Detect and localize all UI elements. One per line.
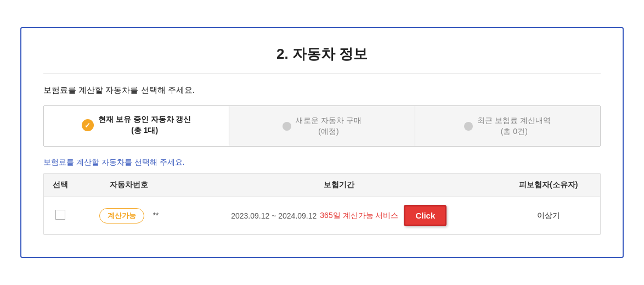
car-number: **	[152, 211, 159, 220]
tab-current-line2: (총 1대)	[98, 126, 191, 136]
click-button[interactable]: Click	[404, 205, 447, 226]
days-badge: 365일 계산가능 서비스	[320, 211, 398, 221]
tab-recent-line2: (총 0건)	[477, 127, 551, 137]
calc-badge: 계산가능	[99, 208, 144, 223]
checkbox-cell	[44, 197, 77, 234]
tab-current-text: 현재 보유 중인 자동차 갱신 (총 1대)	[98, 115, 191, 136]
period-click-wrapper: 2023.09.12 ~ 2024.09.12 365일 계산가능 서비스 Cl…	[190, 205, 488, 226]
tab-recent[interactable]: 최근 보험료 계산내역 (총 0건)	[415, 106, 600, 146]
tab-recent-text: 최근 보험료 계산내역 (총 0건)	[477, 116, 551, 137]
tab-recent-line1: 최근 보험료 계산내역	[477, 116, 551, 126]
page-title: 2. 자동차 정보	[43, 44, 601, 64]
divider	[43, 74, 601, 74]
tab-new-line2: (예정)	[296, 127, 361, 137]
owner-cell: 이상기	[496, 197, 600, 234]
col-owner: 피보험자(소유자)	[496, 174, 600, 197]
tab-new[interactable]: 새로운 자동차 구매 (예정)	[229, 106, 415, 146]
table-row: 계산가능 ** 2023.09.12 ~ 2024.09.12 365일 계산가…	[44, 197, 600, 234]
col-period: 보험기간	[181, 174, 496, 197]
sub-subtitle: 보험료를 계산할 자동차를 선택해 주세요.	[43, 158, 601, 167]
col-car-number: 자동차번호	[77, 174, 181, 197]
table-container: 선택 자동차번호 보험기간 피보험자(소유자) 계산가능 **	[43, 173, 601, 235]
tab-new-line1: 새로운 자동차 구매	[296, 116, 361, 126]
insurance-period: 2023.09.12 ~ 2024.09.12	[231, 211, 317, 220]
dot-icon-recent	[464, 122, 473, 131]
tab-current[interactable]: ✓ 현재 보유 중인 자동차 갱신 (총 1대)	[44, 106, 229, 146]
page-wrapper: 2. 자동차 정보 보험료를 계산할 자동차를 선택해 주세요. ✓ 현재 보유…	[20, 27, 624, 258]
col-select: 선택	[44, 174, 77, 197]
subtitle: 보험료를 계산할 자동차를 선택해 주세요.	[43, 85, 601, 96]
tabs-container: ✓ 현재 보유 중인 자동차 갱신 (총 1대) 새로운 자동차 구매 (예정)…	[43, 105, 601, 147]
row-checkbox[interactable]	[55, 210, 65, 220]
check-icon: ✓	[82, 119, 94, 131]
owner-name: 이상기	[537, 211, 560, 220]
tab-current-line1: 현재 보유 중인 자동차 갱신	[98, 115, 191, 125]
car-table: 선택 자동차번호 보험기간 피보험자(소유자) 계산가능 **	[44, 174, 600, 234]
tab-new-text: 새로운 자동차 구매 (예정)	[296, 116, 361, 137]
period-cell: 2023.09.12 ~ 2024.09.12 365일 계산가능 서비스 Cl…	[181, 197, 496, 234]
car-badge-cell: 계산가능 **	[77, 197, 181, 234]
table-header-row: 선택 자동차번호 보험기간 피보험자(소유자)	[44, 174, 600, 197]
dot-icon-new	[283, 122, 291, 131]
